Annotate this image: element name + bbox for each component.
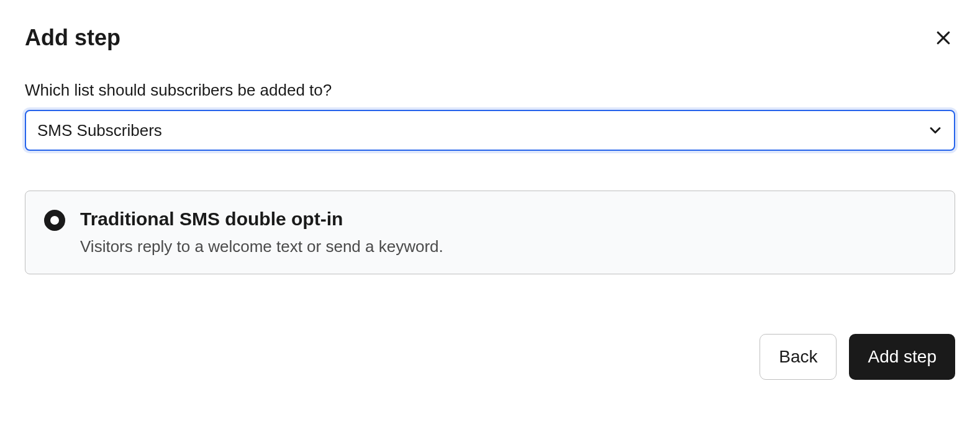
list-select-wrapper [25, 110, 955, 151]
add-step-button[interactable]: Add step [849, 334, 955, 380]
option-title: Traditional SMS double opt-in [80, 209, 936, 230]
radio-selected-icon [44, 210, 65, 231]
dialog-header: Add step [25, 25, 955, 51]
list-select[interactable] [25, 110, 955, 151]
close-button[interactable] [932, 26, 955, 50]
page-title: Add step [25, 25, 120, 51]
dialog-footer: Back Add step [25, 334, 955, 380]
list-field-label: Which list should subscribers be added t… [25, 81, 955, 100]
option-content: Traditional SMS double opt-in Visitors r… [80, 209, 936, 256]
list-field: Which list should subscribers be added t… [25, 81, 955, 151]
close-icon [934, 29, 953, 47]
optin-option-card[interactable]: Traditional SMS double opt-in Visitors r… [25, 191, 955, 274]
option-description: Visitors reply to a welcome text or send… [80, 237, 936, 256]
back-button[interactable]: Back [760, 334, 837, 380]
